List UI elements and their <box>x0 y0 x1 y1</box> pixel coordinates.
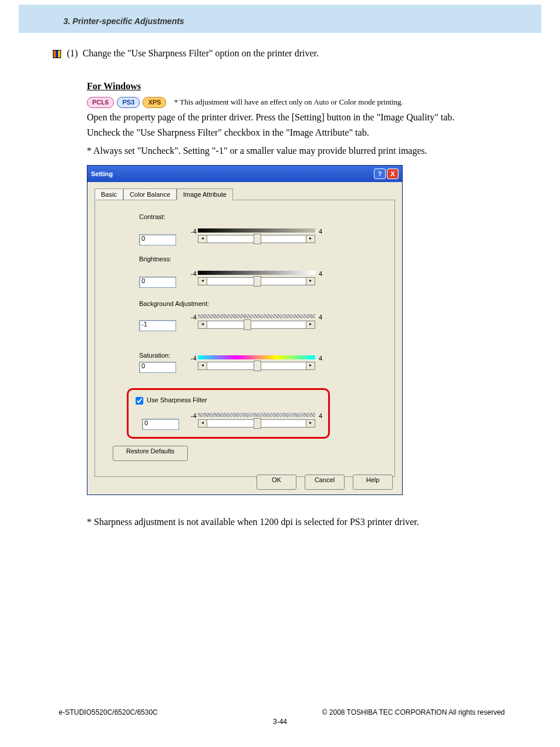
slider-thumb[interactable] <box>254 418 261 429</box>
brightness-strip <box>198 271 315 275</box>
chevron-left-icon[interactable]: ◂ <box>198 235 207 243</box>
slider-min: -4 <box>191 412 197 419</box>
svg-rect-1 <box>56 51 58 58</box>
slider-max: 4 <box>319 228 322 235</box>
cancel-button[interactable]: Cancel <box>305 475 345 490</box>
background-strip <box>198 314 315 318</box>
footnote: * Sharpness adjustment is not available … <box>87 516 545 529</box>
settings-dialog: Setting ? X Basic Color Balance Image At… <box>87 165 403 495</box>
contrast-input[interactable]: 0 <box>139 234 176 245</box>
slider-thumb[interactable] <box>244 319 251 330</box>
badge-ps3: PS3 <box>117 97 140 108</box>
step-text: Change the "Use Sharpness Filter" option… <box>83 48 319 58</box>
slider-thumb[interactable] <box>254 361 261 371</box>
sharpness-checkbox-row: Use Sharpness Filter <box>133 395 207 406</box>
slider-min: -4 <box>191 355 197 362</box>
chapter-title: 3. Printer-specific Adjustments <box>63 16 184 26</box>
contrast-slider[interactable]: -44 ◂▸ <box>198 230 315 247</box>
slider-min: -4 <box>191 314 197 321</box>
slider-min: -4 <box>191 228 197 235</box>
help-button[interactable]: Help <box>353 475 393 490</box>
chevron-right-icon[interactable]: ▸ <box>306 321 315 329</box>
chevron-right-icon[interactable]: ▸ <box>306 362 315 370</box>
chevron-right-icon[interactable]: ▸ <box>306 235 315 243</box>
tab-basic[interactable]: Basic <box>95 189 123 200</box>
contrast-label: Contrast: <box>139 213 166 220</box>
background-slider[interactable]: -44 ◂▸ <box>198 315 315 333</box>
section-heading: For Windows <box>87 80 545 93</box>
brightness-input[interactable]: 0 <box>139 277 176 288</box>
tab-panel: Contrast: 0 -44 ◂▸ Brightness: 0 -44 ◂▸ … <box>95 200 395 477</box>
paragraph-1: Open the property page of the printer dr… <box>87 111 545 124</box>
svg-rect-0 <box>53 51 56 58</box>
slider-thumb[interactable] <box>254 276 261 287</box>
slider-max: 4 <box>319 314 322 321</box>
badge-pcl6: PCL6 <box>87 97 114 108</box>
brightness-slider[interactable]: -44 ◂▸ <box>198 272 315 290</box>
tab-strip: Basic Color Balance Image Attribute <box>95 188 395 200</box>
page-header: 3. Printer-specific Adjustments <box>19 5 541 33</box>
slider-max: 4 <box>319 270 322 277</box>
chevron-left-icon[interactable]: ◂ <box>198 419 207 428</box>
saturation-slider[interactable]: -44 ◂▸ <box>198 356 315 374</box>
footer-model: e-STUDIO5520C/6520C/6530C <box>59 708 158 716</box>
slider-thumb[interactable] <box>254 234 261 244</box>
slider-min: -4 <box>191 270 197 277</box>
paragraph-2: Uncheck the "Use Sharpness Filter" check… <box>87 126 545 139</box>
sharpness-strip <box>198 413 315 417</box>
brightness-label: Brightness: <box>139 255 171 263</box>
slider-max: 4 <box>319 355 322 362</box>
background-input[interactable]: -1 <box>139 320 176 331</box>
badge-note: * This adjustment will have an effect on… <box>174 97 403 106</box>
help-icon[interactable]: ? <box>374 169 386 179</box>
chevron-left-icon[interactable]: ◂ <box>198 362 207 370</box>
tab-color-balance[interactable]: Color Balance <box>123 189 177 200</box>
step-line: (1) Change the "Use Sharpness Filter" op… <box>53 47 511 60</box>
paragraph-3: * Always set "Uncheck". Setting "-1" or … <box>87 144 545 157</box>
saturation-strip <box>198 355 315 359</box>
badge-xps: XPS <box>143 97 166 108</box>
chevron-right-icon[interactable]: ▸ <box>306 277 315 285</box>
chevron-right-icon[interactable]: ▸ <box>306 419 315 428</box>
sharpness-input[interactable]: 0 <box>142 419 179 430</box>
background-label: Background Adjustment: <box>139 300 209 307</box>
close-icon[interactable]: X <box>387 169 399 179</box>
saturation-label: Saturation: <box>139 352 170 359</box>
slider-max: 4 <box>319 412 322 419</box>
dialog-titlebar: Setting ? X <box>87 166 402 182</box>
chevron-left-icon[interactable]: ◂ <box>198 321 207 329</box>
sharpness-slider[interactable]: -44 ◂▸ <box>198 414 315 432</box>
color-marker-icon <box>53 50 61 58</box>
sharpness-label: Use Sharpness Filter <box>147 396 207 403</box>
page-number: 3-44 <box>0 718 560 726</box>
step-number: (1) <box>67 48 78 58</box>
restore-defaults-button[interactable]: Restore Defaults <box>113 446 188 461</box>
badges-row: PCL6 PS3 XPS * This adjustment will have… <box>87 97 545 108</box>
dialog-title: Setting <box>91 170 113 177</box>
saturation-input[interactable]: 0 <box>139 362 176 373</box>
ok-button[interactable]: OK <box>257 475 296 490</box>
footer-copyright: © 2008 TOSHIBA TEC CORPORATION All right… <box>322 708 505 716</box>
contrast-strip <box>198 228 315 233</box>
svg-rect-2 <box>58 51 60 58</box>
chevron-left-icon[interactable]: ◂ <box>198 277 207 285</box>
sharpness-checkbox[interactable] <box>136 397 143 405</box>
tab-image-attribute[interactable]: Image Attribute <box>177 189 233 200</box>
footer: e-STUDIO5520C/6520C/6530C © 2008 TOSHIBA… <box>59 708 505 716</box>
